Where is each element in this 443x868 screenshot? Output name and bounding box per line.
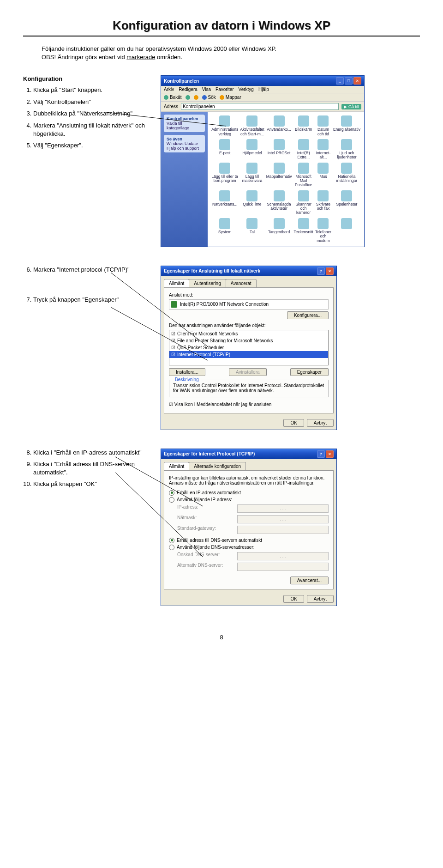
radio-auto-dns[interactable]: Erhåll adress till DNS-servern automatis…: [169, 538, 329, 543]
dlg2-help-button[interactable]: ?: [317, 450, 325, 458]
cp-icon[interactable]: Bildskärm: [293, 115, 313, 136]
dlg2-close-button[interactable]: ×: [326, 450, 334, 458]
dlg1-help-button[interactable]: ?: [317, 267, 325, 275]
applet-icon: [246, 163, 257, 174]
cp-icon[interactable]: Nationella inställningar: [333, 163, 360, 188]
dlg2-cancel-button[interactable]: Avbryt: [307, 595, 334, 603]
item-qos[interactable]: QoS Packet Scheduler: [169, 344, 328, 351]
tab2-allmant[interactable]: Allmänt: [164, 462, 189, 470]
components-listbox[interactable]: Client For Microsoft Networks File and P…: [169, 330, 329, 365]
cp-icon[interactable]: System: [211, 218, 238, 243]
dlg1-title: Egenskaper för Anslutning till lokalt nä…: [164, 268, 260, 273]
radio-dot-icon: [169, 490, 174, 496]
cp-icon[interactable]: Ljud och ljudenheter: [333, 139, 360, 160]
applet-icon: [246, 115, 257, 127]
cp-icon[interactable]: Mappalternativ: [266, 163, 292, 188]
radio-manual-dns[interactable]: Använd följande DNS-serveradresser:: [169, 545, 329, 550]
applet-label: Intel PROSet: [266, 151, 292, 155]
cp-icon[interactable]: Lägg till eller ta bort program: [211, 163, 238, 188]
radio-auto-ip[interactable]: Erhåll en IP-adress automatiskt: [169, 490, 329, 496]
cp-icon[interactable]: Skannrar och kameror: [293, 190, 313, 215]
cp-icon[interactable]: Användarko...: [266, 115, 292, 136]
applet-icon: [317, 190, 329, 201]
cp-icon[interactable]: Microsoft Mail Postoffice: [293, 163, 313, 188]
description-text: Transmission Control Protokollet för Int…: [173, 383, 324, 393]
applet-label: Datum och tid: [315, 127, 331, 136]
minimize-button[interactable]: _: [336, 77, 344, 85]
dlg2-titlebar[interactable]: Egenskaper för Internet Protocol (TCP/IP…: [161, 449, 336, 459]
folders-button[interactable]: Mappar: [220, 95, 241, 100]
back-button[interactable]: Bakåt: [164, 95, 182, 100]
tab-avancerat[interactable]: Avancerat: [226, 279, 257, 287]
section-2: Markera "Internet protocol (TCP/IP)" Try…: [23, 266, 420, 430]
applet-icon: [274, 190, 285, 201]
sidebar-switch-category[interactable]: Växla till kategoriläge: [167, 121, 189, 130]
cp-icon[interactable]: Internet-alt...: [315, 139, 331, 160]
cp-icon[interactable]: QuickTime: [240, 190, 264, 215]
up-button[interactable]: [194, 95, 198, 100]
menu-redigera[interactable]: Redigera: [179, 87, 198, 92]
cp-icon[interactable]: Skrivare och fax: [315, 190, 331, 215]
cp-icon[interactable]: Energialternativ: [333, 115, 360, 136]
advanced-button[interactable]: Avancerat...: [290, 577, 329, 584]
cp-icon[interactable]: Tal: [240, 218, 264, 243]
label-ipaddress: IP-adress:: [177, 504, 233, 513]
cp-icon[interactable]: E-post: [211, 139, 238, 160]
item-client[interactable]: Client For Microsoft Networks: [169, 330, 328, 337]
go-button[interactable]: ▶ Gå till: [341, 104, 361, 109]
cp-icon[interactable]: Teckensnitt: [293, 218, 313, 243]
cp-icon[interactable]: Aktivitetsfältet och Start-m...: [240, 115, 264, 136]
cp-icon[interactable]: Telefoner och modem: [315, 218, 331, 243]
cp-icon[interactable]: Datum och tid: [315, 115, 331, 136]
dlg2-ok-button[interactable]: OK: [283, 595, 304, 603]
cp-icon[interactable]: Nätverksans...: [211, 190, 238, 215]
dlg1-ok-button[interactable]: OK: [283, 419, 304, 427]
applet-label: Skannrar och kameror: [293, 202, 313, 215]
steps-list-2b: Tryck på knappen "Egenskaper": [23, 296, 152, 304]
search-button[interactable]: Sök: [202, 95, 216, 100]
radio-manual-ip[interactable]: Använd följande IP-adress:: [169, 497, 329, 503]
cp-icon[interactable]: Spelenheter: [333, 190, 360, 215]
tab2-altkonfig[interactable]: Alternativ konfiguration: [189, 462, 246, 470]
tray-icon-checkbox[interactable]: Visa ikon i Meddelandefältet när jag är …: [169, 402, 329, 407]
cp-titlebar[interactable]: Kontrollpanelen _ □ ×: [161, 76, 364, 86]
applet-label: Ljud och ljudenheter: [333, 151, 360, 160]
cp-icon[interactable]: Administrations verktyg: [211, 115, 238, 136]
applet-icon: [341, 139, 352, 150]
item-tcpip[interactable]: Internet Protocol (TCP/IP): [169, 351, 328, 358]
menu-visa[interactable]: Visa: [202, 87, 211, 92]
section-1: Konfiguration Klicka på "Start" knappen.…: [23, 75, 420, 247]
menu-verktyg[interactable]: Verktyg: [239, 87, 254, 92]
cp-icon[interactable]: Tangentbord: [266, 218, 292, 243]
uninstall-button[interactable]: Avinstallera: [229, 368, 267, 376]
forward-button[interactable]: [186, 95, 190, 100]
properties-button[interactable]: Egenskaper: [290, 368, 329, 376]
tcpip-blurb: IP-inställningar kan tilldelas automatis…: [169, 475, 329, 486]
cp-icon[interactable]: Mus: [315, 163, 331, 188]
applet-label: Mus: [315, 175, 331, 179]
menu-hjalp[interactable]: Hjälp: [258, 87, 269, 92]
dlg1-titlebar[interactable]: Egenskaper för Anslutning till lokalt nä…: [161, 266, 336, 276]
address-input[interactable]: [181, 103, 339, 110]
configure-button[interactable]: Konfigurera...: [287, 311, 329, 319]
cp-icon[interactable]: Intel(R) Extre...: [293, 139, 313, 160]
cp-icon[interactable]: Lägg till maskinvara: [240, 163, 264, 188]
cp-icon[interactable]: [333, 218, 360, 243]
dlg1-close-button[interactable]: ×: [326, 267, 334, 275]
tab-autentisering[interactable]: Autentisering: [189, 279, 226, 287]
intro-line-1: Följande instruktioner gäller om du har …: [42, 45, 420, 53]
sidebar-help-support[interactable]: Hjälp och support: [167, 146, 199, 151]
maximize-button[interactable]: □: [345, 77, 353, 85]
dlg1-cancel-button[interactable]: Avbryt: [307, 419, 334, 427]
cp-icon[interactable]: Intel PROSet: [266, 139, 292, 160]
tab-allmant[interactable]: Allmänt: [164, 279, 189, 287]
cp-icon[interactable]: Schemalagda aktiviteter: [266, 190, 292, 215]
cp-icon[interactable]: Hjälpmedel: [240, 139, 264, 160]
menu-arkiv[interactable]: Arkiv: [164, 87, 174, 92]
menu-favoriter[interactable]: Favoriter: [216, 87, 233, 92]
close-button[interactable]: ×: [353, 77, 361, 85]
input-netmask: . . .: [237, 515, 329, 523]
install-button[interactable]: Installera...: [169, 368, 205, 376]
sidebar-windows-update[interactable]: Windows Update: [167, 141, 198, 146]
item-fileprint[interactable]: File and Printer Sharing for Microsoft N…: [169, 337, 328, 344]
